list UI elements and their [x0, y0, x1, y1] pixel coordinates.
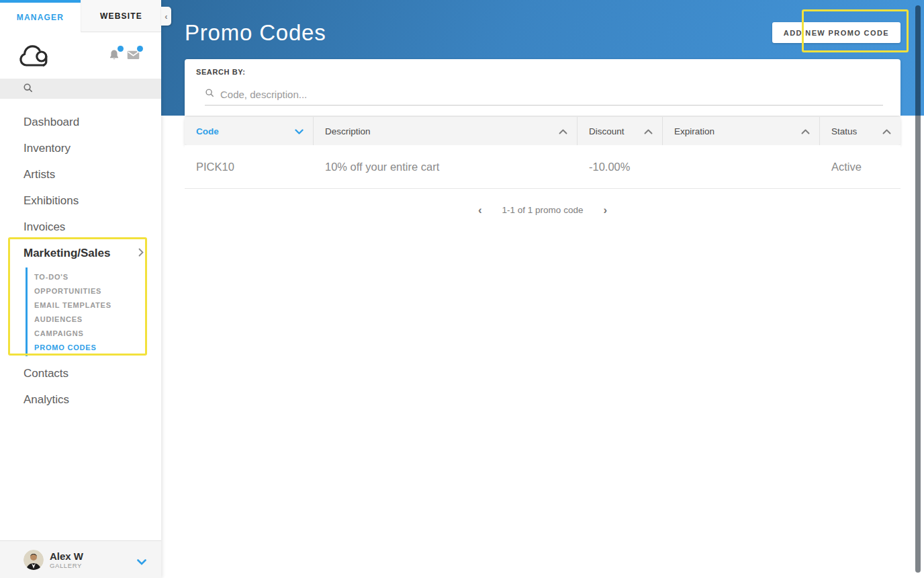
cell-description: 10% off your entire cart	[314, 145, 578, 188]
chevron-right-icon	[138, 247, 144, 260]
sidebar-item-exhibitions[interactable]: Exhibitions	[0, 188, 161, 214]
sort-chevron-up-icon	[559, 126, 567, 136]
sidebar-nav: Dashboard Inventory Artists Exhibitions …	[0, 109, 161, 413]
user-role: GALLERY	[50, 562, 83, 569]
pagination-next-button[interactable]: ›	[600, 203, 610, 217]
vertical-scrollbar[interactable]	[915, 5, 921, 573]
cell-discount: -10.00%	[578, 145, 663, 188]
search-icon	[23, 83, 33, 95]
sort-chevron-down-icon	[295, 126, 304, 136]
sidebar-search-bar[interactable]	[0, 79, 161, 99]
table-row[interactable]: PICK10 10% off your entire cart -10.00% …	[185, 145, 900, 189]
sort-chevron-up-icon	[882, 126, 891, 136]
notification-dot	[118, 46, 124, 52]
cell-code: PICK10	[185, 145, 314, 188]
app-window: MANAGER WEBSITE	[0, 0, 924, 578]
search-by-label: SEARCH BY:	[196, 68, 246, 76]
subnav-item-promo-codes[interactable]: PROMO CODES	[34, 340, 161, 354]
sidebar: MANAGER WEBSITE	[0, 0, 161, 578]
subnav-item-to-dos[interactable]: TO-DO'S	[34, 270, 161, 284]
sidebar-item-contacts[interactable]: Contacts	[0, 360, 161, 386]
sidebar-item-inventory[interactable]: Inventory	[0, 135, 161, 161]
pagination-label: 1-1 of 1 promo code	[502, 205, 584, 215]
cell-expiration	[663, 145, 820, 188]
sidebar-collapse-toggle[interactable]: ‹	[161, 7, 171, 26]
subnav-item-opportunities[interactable]: OPPORTUNITIES	[34, 284, 161, 298]
search-icon	[205, 88, 214, 100]
promo-search-input[interactable]	[220, 89, 883, 100]
messages-mail-icon[interactable]	[126, 48, 140, 63]
column-label: Code	[196, 126, 219, 136]
add-new-promo-code-button[interactable]: ADD NEW PROMO CODE	[772, 22, 900, 43]
table-header-row: Code Description Discount	[185, 117, 900, 145]
artcloud-logo-icon[interactable]	[19, 43, 50, 71]
sidebar-item-artists[interactable]: Artists	[0, 161, 161, 188]
user-menu[interactable]: Alex W GALLERY	[0, 540, 161, 578]
sidebar-tabbar: MANAGER WEBSITE	[0, 0, 161, 32]
pagination: ‹ 1-1 of 1 promo code ›	[185, 199, 900, 220]
subnav-item-campaigns[interactable]: CAMPAIGNS	[34, 326, 161, 340]
column-label: Discount	[589, 126, 625, 136]
user-meta: Alex W GALLERY	[50, 550, 83, 569]
message-dot	[137, 46, 143, 52]
collapse-chevron-icon: ‹	[165, 12, 167, 21]
column-header-discount[interactable]: Discount	[578, 117, 663, 145]
user-avatar	[24, 550, 44, 570]
sidebar-item-analytics[interactable]: Analytics	[0, 386, 161, 413]
user-name: Alex W	[50, 550, 83, 562]
search-field-row	[205, 83, 883, 106]
sidebar-item-dashboard[interactable]: Dashboard	[0, 109, 161, 135]
column-header-status[interactable]: Status	[820, 117, 900, 145]
notifications-bell-icon[interactable]	[107, 48, 121, 65]
sort-chevron-up-icon	[801, 126, 810, 136]
column-label: Expiration	[674, 126, 714, 136]
sidebar-item-invoices[interactable]: Invoices	[0, 214, 161, 240]
cell-status: Active	[820, 145, 900, 188]
search-panel: SEARCH BY:	[185, 59, 900, 116]
column-label: Status	[831, 126, 857, 136]
chevron-down-icon[interactable]	[137, 556, 146, 568]
main-content: ‹ Promo Codes ADD NEW PROMO CODE SEARCH …	[161, 0, 924, 578]
marketing-sales-label: Marketing/Sales	[24, 247, 110, 260]
pagination-prev-button[interactable]: ‹	[475, 203, 485, 217]
subnav-item-audiences[interactable]: AUDIENCES	[34, 312, 161, 326]
tab-manager[interactable]: MANAGER	[0, 0, 81, 32]
page-title: Promo Codes	[185, 20, 326, 46]
subnav-item-email-templates[interactable]: EMAIL TEMPLATES	[34, 298, 161, 312]
sort-chevron-up-icon	[644, 126, 653, 136]
marketing-subnav: TO-DO'S OPPORTUNITIES EMAIL TEMPLATES AU…	[26, 267, 161, 356]
column-header-description[interactable]: Description	[314, 117, 578, 145]
column-label: Description	[325, 126, 371, 136]
sidebar-logo-row	[0, 32, 161, 79]
tab-website[interactable]: WEBSITE	[81, 0, 161, 32]
sidebar-item-marketing-sales[interactable]: Marketing/Sales	[0, 240, 161, 266]
column-header-code[interactable]: Code	[185, 117, 314, 145]
column-header-expiration[interactable]: Expiration	[663, 117, 820, 145]
